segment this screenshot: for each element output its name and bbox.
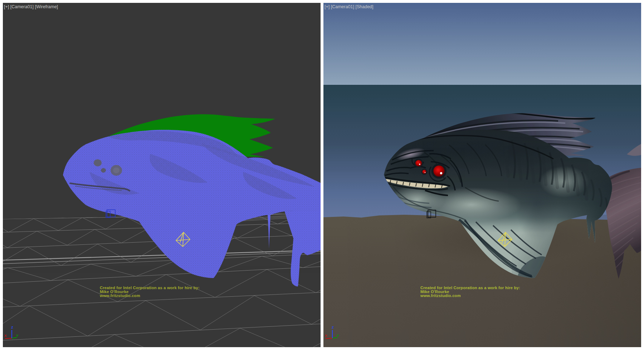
svg-text:Z: Z (11, 325, 13, 329)
svg-text:www.fritzstudio.com: www.fritzstudio.com (99, 293, 140, 298)
svg-text:X: X (325, 334, 327, 337)
svg-text:[+] [Camera01] [Wireframe]: [+] [Camera01] [Wireframe] (4, 4, 58, 9)
svg-text:Z: Z (332, 325, 334, 329)
svg-text:Y: Y (337, 334, 339, 337)
svg-text:www.fritzstudio.com: www.fritzstudio.com (420, 293, 461, 298)
svg-text:X: X (4, 334, 7, 337)
svg-text:Y: Y (16, 334, 19, 337)
svg-text:[+] [Camera01] [Shaded]: [+] [Camera01] [Shaded] (325, 4, 374, 9)
